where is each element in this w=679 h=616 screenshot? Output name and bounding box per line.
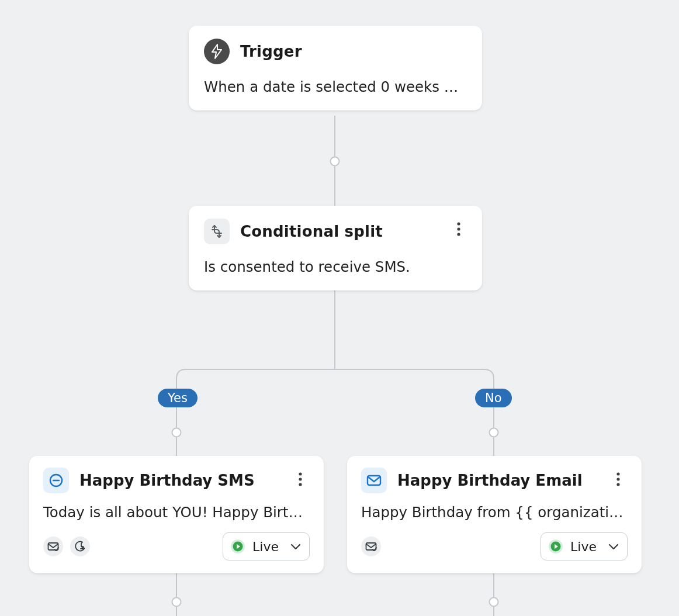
- svg-point-23: [616, 483, 619, 486]
- email-card-menu-button[interactable]: [608, 469, 629, 490]
- svg-point-22: [616, 477, 619, 480]
- kebab-icon: [457, 222, 460, 236]
- svg-point-15: [299, 477, 302, 480]
- smart-send-icon: [43, 537, 63, 556]
- email-status-select[interactable]: Live: [541, 532, 628, 560]
- svg-rect-17: [49, 543, 58, 550]
- branch-pill-no-label: No: [485, 391, 502, 405]
- svg-point-1: [331, 157, 340, 166]
- play-icon: [230, 539, 245, 554]
- split-description: Is consented to receive SMS.: [204, 257, 467, 276]
- svg-point-21: [616, 472, 619, 475]
- sms-card-description: Today is all about YOU! Happy Birthday f…: [43, 504, 310, 521]
- branch-pill-no: No: [475, 389, 512, 407]
- svg-point-16: [299, 483, 302, 486]
- branch-pill-yes-label: Yes: [168, 391, 188, 405]
- email-card-title: Happy Birthday Email: [397, 472, 583, 489]
- flow-canvas[interactable]: Trigger When a date is selected 0 weeks …: [0, 0, 679, 616]
- branch-pill-yes: Yes: [158, 389, 198, 407]
- trigger-title: Trigger: [240, 43, 302, 60]
- chevron-down-icon: [608, 544, 619, 550]
- split-node[interactable]: Conditional split Is consented to receiv…: [189, 206, 482, 290]
- kebab-icon: [299, 472, 302, 486]
- svg-point-3: [172, 428, 181, 437]
- email-card[interactable]: Happy Birthday Email Happy Birthday from…: [347, 456, 642, 573]
- svg-point-4: [490, 428, 498, 437]
- sms-card[interactable]: Happy Birthday SMS Today is all about YO…: [29, 456, 324, 573]
- sms-status-select[interactable]: Live: [223, 532, 310, 560]
- svg-point-14: [299, 472, 302, 475]
- trigger-description: When a date is selected 0 weeks before .…: [204, 77, 467, 96]
- email-icon: [361, 468, 387, 493]
- trigger-node[interactable]: Trigger When a date is selected 0 weeks …: [189, 26, 482, 110]
- svg-rect-24: [366, 543, 376, 550]
- svg-point-8: [490, 598, 498, 607]
- sms-card-menu-button[interactable]: [290, 469, 311, 490]
- svg-point-11: [457, 233, 460, 236]
- chevron-down-icon: [290, 544, 301, 550]
- svg-point-6: [172, 598, 181, 607]
- sms-status-label: Live: [252, 539, 279, 554]
- play-icon: [548, 539, 563, 554]
- split-title: Conditional split: [240, 223, 383, 240]
- svg-point-10: [457, 227, 460, 230]
- lightning-icon: [204, 39, 230, 64]
- sms-card-title: Happy Birthday SMS: [79, 472, 255, 489]
- email-card-description: Happy Birthday from {{ organization.nam.…: [361, 504, 628, 521]
- smart-send-icon: [361, 537, 381, 556]
- email-status-label: Live: [570, 539, 597, 554]
- split-icon: [204, 219, 230, 244]
- quiet-hours-icon: [70, 537, 90, 556]
- kebab-icon: [616, 472, 620, 486]
- split-menu-button[interactable]: [448, 219, 469, 240]
- svg-point-9: [457, 222, 460, 225]
- sms-icon: [43, 468, 69, 493]
